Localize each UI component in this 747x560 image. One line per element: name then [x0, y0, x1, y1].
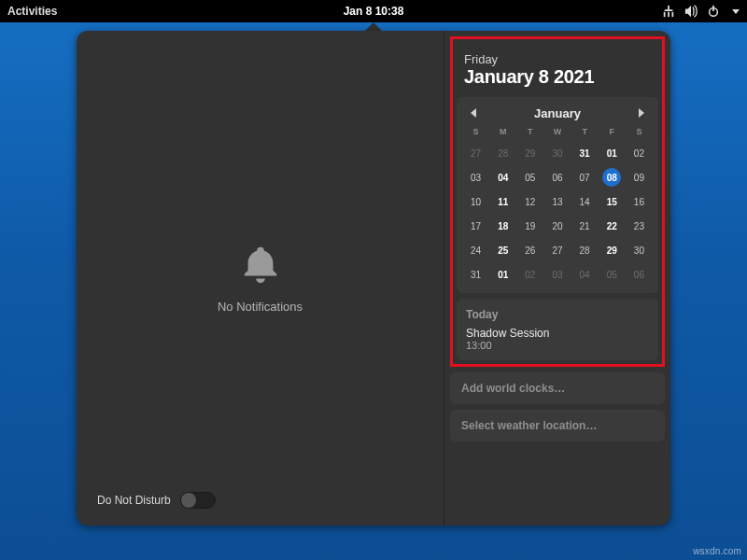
calendar-day[interactable]: 26 [516, 239, 543, 261]
calendar-day[interactable]: 17 [462, 215, 489, 237]
annotation-highlight: Friday January 8 2021 January SMTWTFS272… [450, 36, 665, 367]
event-time: 13:00 [466, 340, 649, 351]
top-bar: Activities Jan 8 10:38 [0, 0, 747, 22]
calendar-day[interactable]: 02 [516, 263, 543, 286]
notifications-pane: No Notifications Do Not Disturb [77, 31, 444, 525]
calendar-day[interactable]: 28 [489, 142, 516, 164]
calendar-day[interactable]: 04 [571, 263, 599, 286]
calendar-day[interactable]: 31 [571, 142, 599, 164]
clock-button[interactable]: Jan 8 10:38 [344, 5, 404, 18]
calendar-day[interactable]: 06 [543, 166, 571, 189]
calendar-day[interactable]: 15 [599, 190, 626, 213]
network-icon [662, 5, 675, 18]
calendar-day[interactable]: 03 [462, 166, 489, 189]
no-notifications-label: No Notifications [218, 300, 303, 314]
calendar-day[interactable]: 02 [626, 142, 653, 164]
svg-rect-4 [668, 12, 669, 17]
bell-icon [239, 244, 282, 290]
next-month-button[interactable] [632, 105, 649, 121]
calendar-pane: Friday January 8 2021 January SMTWTFS272… [444, 31, 670, 525]
calendar-day[interactable]: 18 [489, 215, 516, 237]
dow-label: T [516, 127, 543, 140]
dnd-toggle[interactable] [180, 492, 216, 509]
dnd-label: Do Not Disturb [97, 494, 171, 507]
svg-rect-3 [665, 9, 673, 11]
svg-rect-7 [712, 6, 714, 11]
calendar-day[interactable]: 05 [599, 263, 626, 286]
today-events-card[interactable]: Today Shadow Session 13:00 [457, 299, 658, 360]
date-header: Friday January 8 2021 [457, 43, 658, 91]
svg-marker-9 [639, 108, 644, 118]
activities-button[interactable]: Activities [7, 5, 57, 18]
calendar-day[interactable]: 16 [626, 190, 653, 213]
calendar-day[interactable]: 09 [626, 166, 653, 189]
weekday-label: Friday [464, 52, 651, 66]
calendar-day[interactable]: 20 [543, 215, 571, 237]
event-name: Shadow Session [466, 327, 649, 340]
dow-label: T [571, 127, 599, 140]
calendar-grid: SMTWTFS272829303101020304050607080910111… [462, 127, 653, 286]
calendar-day[interactable]: 29 [599, 239, 626, 261]
dow-label: F [599, 127, 626, 140]
calendar-day[interactable]: 11 [489, 190, 516, 213]
today-title: Today [466, 308, 649, 321]
calendar-day[interactable]: 24 [462, 239, 489, 261]
calendar-day[interactable]: 30 [543, 142, 571, 164]
svg-marker-8 [471, 108, 476, 118]
popover-arrow [365, 22, 382, 31]
calendar-day-today[interactable]: 08 [599, 166, 626, 189]
calendar-day[interactable]: 06 [626, 263, 653, 286]
calendar-day[interactable]: 29 [516, 142, 543, 164]
power-icon [707, 5, 720, 18]
calendar-day[interactable]: 19 [516, 215, 543, 237]
calendar-day[interactable]: 27 [543, 239, 571, 261]
add-world-clocks-button[interactable]: Add world clocks… [450, 372, 665, 404]
calendar-day[interactable]: 30 [626, 239, 653, 261]
calendar-day[interactable]: 07 [571, 166, 599, 189]
calendar-nav: January [462, 103, 653, 127]
calendar-day[interactable]: 28 [571, 239, 599, 261]
clock-label: Jan 8 10:38 [344, 5, 404, 18]
chevron-down-icon [732, 9, 740, 14]
calendar-day[interactable]: 22 [599, 215, 626, 237]
calendar-day[interactable]: 13 [543, 190, 571, 213]
dow-label: S [626, 127, 653, 140]
svg-marker-5 [685, 6, 691, 17]
calendar-day[interactable]: 25 [489, 239, 516, 261]
select-weather-location-button[interactable]: Select weather location… [450, 410, 665, 441]
calendar-day[interactable]: 27 [462, 142, 489, 164]
calendar-day[interactable]: 01 [489, 263, 516, 286]
dow-label: S [462, 127, 489, 140]
svg-rect-1 [664, 12, 666, 17]
svg-rect-2 [672, 12, 674, 17]
calendar-day[interactable]: 14 [571, 190, 599, 213]
dow-label: W [543, 127, 571, 140]
calendar-day[interactable]: 31 [462, 263, 489, 286]
system-status-area[interactable] [662, 5, 740, 18]
calendar-day[interactable]: 05 [516, 166, 543, 189]
month-label: January [534, 106, 581, 120]
prev-month-button[interactable] [466, 105, 483, 121]
calendar-day[interactable]: 10 [462, 190, 489, 213]
volume-icon [684, 5, 698, 18]
calendar-day[interactable]: 04 [489, 166, 516, 189]
dow-label: M [489, 127, 516, 140]
calendar-day[interactable]: 03 [543, 263, 571, 286]
watermark: wsxdn.com [693, 546, 741, 556]
calendar-day[interactable]: 12 [516, 190, 543, 213]
do-not-disturb-row: Do Not Disturb [97, 492, 216, 509]
calendar-day[interactable]: 23 [626, 215, 653, 237]
datetime-popover: No Notifications Do Not Disturb Friday J… [77, 31, 670, 525]
fulldate-label: January 8 2021 [464, 66, 651, 88]
calendar-card: January SMTWTFS2728293031010203040506070… [457, 97, 658, 293]
calendar-day[interactable]: 21 [571, 215, 599, 237]
calendar-day[interactable]: 01 [599, 142, 626, 164]
